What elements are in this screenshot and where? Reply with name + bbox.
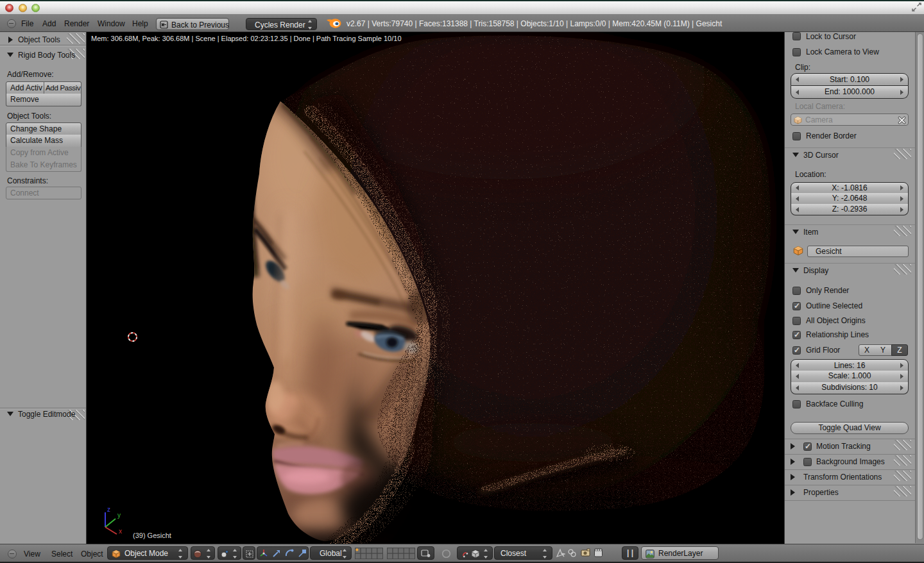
svg-text:z: z [107,507,110,513]
svg-text:x: x [119,528,122,535]
svg-text:y: y [117,512,121,519]
